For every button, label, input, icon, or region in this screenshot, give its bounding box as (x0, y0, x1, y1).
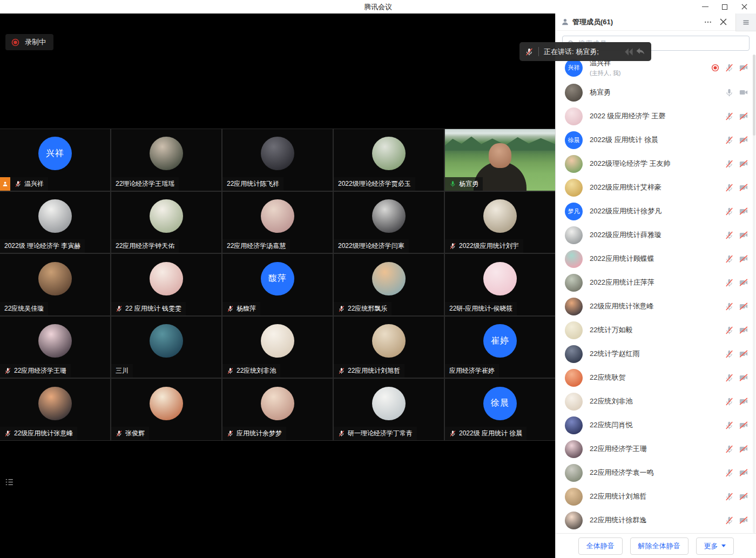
video-cell[interactable]: 研一理论经济学丁常青 (334, 379, 444, 440)
camera-muted-icon[interactable] (739, 396, 748, 406)
mute-all-button[interactable]: 全体静音 (578, 537, 623, 555)
camera-muted-icon[interactable] (739, 111, 748, 121)
member-panel-header: 管理成员(61) (556, 14, 756, 31)
camera-muted-icon[interactable] (739, 254, 748, 264)
mic-muted-icon[interactable] (725, 397, 734, 406)
member-row[interactable]: 22应统耿贺 (556, 366, 756, 389)
mic-muted-icon[interactable] (725, 63, 734, 72)
member-row[interactable]: 22应统刘非池 (556, 389, 756, 413)
member-row[interactable]: 22统计学赵红雨 (556, 342, 756, 366)
close-panel-button[interactable] (717, 16, 729, 28)
camera-muted-icon[interactable] (739, 63, 748, 72)
video-cell[interactable]: 张俊辉 (111, 379, 221, 440)
more-options-button[interactable] (702, 16, 714, 28)
video-cell[interactable]: 22应用统计陈飞祥 (222, 129, 333, 191)
camera-muted-icon[interactable] (739, 444, 748, 454)
member-row[interactable]: 22应用经济学王珊 (556, 437, 756, 461)
video-cell[interactable]: 22应统刘非池 (222, 317, 333, 378)
camera-muted-icon[interactable] (739, 135, 748, 145)
video-cell[interactable]: 三川 (111, 317, 221, 378)
mic-muted-icon[interactable] (725, 183, 734, 192)
member-row[interactable]: 徐晨 2022级 应用统计 徐晨 (556, 128, 756, 152)
camera-muted-icon[interactable] (739, 301, 748, 311)
video-cell[interactable]: 崔婷 应用经济学崔婷 (445, 317, 555, 378)
mic-muted-icon[interactable] (725, 207, 734, 216)
more-button[interactable]: 更多 (696, 537, 734, 555)
camera-muted-icon[interactable] (739, 230, 748, 240)
minimize-button[interactable] (696, 0, 715, 14)
camera-muted-icon[interactable] (739, 183, 748, 192)
video-cell[interactable]: 22应用经济学钟天佑 (111, 192, 221, 253)
camera-on-icon[interactable] (739, 88, 748, 97)
member-row[interactable]: 2022应用统计顾蝶蝶 (556, 247, 756, 271)
scrollbar-thumb[interactable] (753, 55, 755, 136)
video-cell[interactable]: 2022级 理论经济学 李寅赫 (0, 192, 110, 253)
panel-dock-button[interactable] (735, 14, 756, 31)
camera-muted-icon[interactable] (739, 206, 748, 216)
video-cell[interactable]: 22 应用统计 钱雯雯 (111, 254, 221, 315)
maximize-button[interactable] (715, 0, 734, 14)
member-row[interactable]: 杨宜勇 (556, 80, 756, 104)
member-list-toggle[interactable] (3, 476, 15, 488)
camera-muted-icon[interactable] (739, 349, 748, 359)
video-cell[interactable]: 22应统吴佳璇 (0, 254, 110, 315)
camera-muted-icon[interactable] (739, 373, 748, 382)
video-cell[interactable]: 应用统计余梦梦 (222, 379, 333, 440)
participant-avatar (372, 199, 406, 233)
mic-muted-icon[interactable] (725, 516, 734, 525)
camera-muted-icon[interactable] (739, 420, 748, 430)
video-cell[interactable]: 22应用经济学汤嘉慧 (222, 192, 333, 253)
video-cell[interactable]: 2022级应用统计刘宇 (445, 192, 555, 253)
member-row[interactable]: 2022 级应用经济学 王磬 (556, 104, 756, 128)
mic-muted-icon[interactable] (725, 445, 734, 454)
video-cell[interactable]: 22理论经济学王瑶瑶 (111, 129, 221, 191)
mic-muted-icon[interactable] (725, 349, 734, 359)
video-cell[interactable]: 徐晨 2022级 应用统计 徐晨 (445, 379, 555, 440)
mic-muted-icon[interactable] (725, 278, 734, 287)
member-row[interactable]: 2022级应用统计艾梓豪 (556, 176, 756, 199)
video-cell[interactable]: 杨宜勇 (445, 129, 555, 191)
mic-muted-icon[interactable] (725, 112, 734, 121)
mic-muted-icon[interactable] (725, 136, 734, 145)
mic-muted-icon[interactable] (725, 373, 734, 382)
member-row[interactable]: 22应用统计徐群逸 (556, 508, 756, 532)
mic-muted-icon[interactable] (725, 159, 734, 169)
camera-muted-icon[interactable] (739, 278, 748, 287)
mic-muted-icon[interactable] (725, 302, 734, 311)
video-cell[interactable]: 兴祥 温兴祥 (0, 129, 110, 191)
video-cell[interactable]: 22应用经济学王珊 (0, 317, 110, 378)
member-row[interactable]: 梦凡 2022级应用统计徐梦凡 (556, 199, 756, 223)
recording-badge[interactable]: 录制中 (5, 34, 53, 50)
mic-muted-icon[interactable] (725, 468, 734, 478)
camera-muted-icon[interactable] (739, 468, 748, 478)
member-row[interactable]: 22级应用统计张意峰 (556, 294, 756, 318)
member-row[interactable]: 2022级应用统计薛雅璇 (556, 223, 756, 247)
camera-muted-icon[interactable] (739, 325, 748, 335)
scrollbar[interactable] (753, 55, 755, 533)
mic-muted-icon[interactable] (725, 326, 734, 335)
participant-name: 22应用经济学汤嘉慧 (227, 241, 286, 251)
mic-muted-icon[interactable] (725, 421, 734, 430)
mic-muted-icon[interactable] (725, 231, 734, 240)
mic-on-icon[interactable] (725, 88, 734, 97)
member-row[interactable]: 2022应用统计庄萍萍 (556, 271, 756, 294)
unmute-all-button[interactable]: 解除全体静音 (630, 537, 688, 555)
member-row[interactable]: 22应用经济学袁一鸣 (556, 461, 756, 485)
member-row[interactable]: 22统计万如毅 (556, 318, 756, 342)
mic-muted-icon[interactable] (725, 492, 734, 501)
camera-muted-icon[interactable] (739, 159, 748, 169)
video-cell[interactable]: 22级应用统计张意峰 (0, 379, 110, 440)
video-cell[interactable]: 22应统邢飘乐 (334, 254, 444, 315)
mic-muted-icon[interactable] (725, 254, 734, 264)
member-row[interactable]: 22应统闫肖悦 (556, 413, 756, 437)
video-cell[interactable]: 馥萍 杨馥萍 (222, 254, 333, 315)
video-cell[interactable]: 22应用统计刘旭哲 (334, 317, 444, 378)
camera-muted-icon[interactable] (739, 515, 748, 525)
video-cell[interactable]: 2022级理论经济学闫寒 (334, 192, 444, 253)
member-row[interactable]: 22应用统计刘旭哲 (556, 485, 756, 508)
video-cell[interactable]: 22研-应用统计-侯晓筱 (445, 254, 555, 315)
camera-muted-icon[interactable] (739, 492, 748, 501)
video-cell[interactable]: 2022级理论经济学贾必玉 (334, 129, 444, 191)
close-window-button[interactable] (734, 0, 754, 14)
member-row[interactable]: 2022级理论经济学 王友帅 (556, 152, 756, 176)
